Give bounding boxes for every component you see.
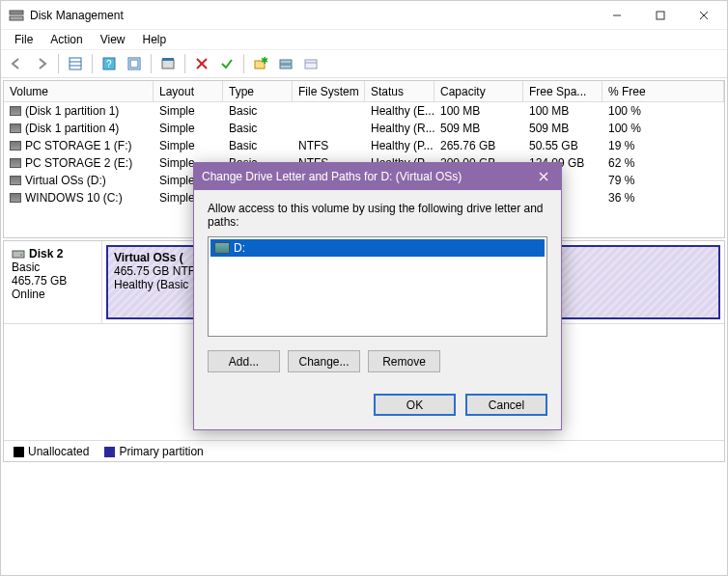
remove-button[interactable]: Remove xyxy=(368,350,440,372)
col-freespace[interactable]: Free Spa... xyxy=(523,81,602,101)
window-title: Disk Management xyxy=(30,9,595,22)
cell-pfree: 19 % xyxy=(602,138,724,153)
volume-icon xyxy=(10,123,21,133)
cell-volume: Virtual OSs (D:) xyxy=(4,173,154,188)
cell-volume: WINDOWS 10 (C:) xyxy=(4,190,154,206)
svg-rect-1 xyxy=(10,16,23,20)
svg-text:?: ? xyxy=(106,59,112,69)
cell-status: Healthy (P... xyxy=(365,138,434,153)
cell-type: Basic xyxy=(223,103,293,119)
cell-free: 509 MB xyxy=(523,121,602,136)
col-layout[interactable]: Layout xyxy=(154,81,223,101)
cell-layout: Simple xyxy=(154,103,223,119)
delete-icon[interactable] xyxy=(190,52,213,75)
title-bar: Disk Management xyxy=(1,1,727,30)
cancel-button[interactable]: Cancel xyxy=(465,394,547,416)
disk-type: Basic xyxy=(12,261,94,274)
dialog-action-row: Add... Change... Remove xyxy=(208,350,547,372)
col-filesystem[interactable]: File System xyxy=(293,81,365,101)
cell-fs xyxy=(293,110,365,112)
cell-status: Healthy (R... xyxy=(365,121,434,136)
list-item[interactable]: D: xyxy=(210,239,545,257)
col-type[interactable]: Type xyxy=(223,81,293,101)
list-view-icon[interactable] xyxy=(64,52,87,75)
window-controls xyxy=(595,2,725,29)
svg-rect-20 xyxy=(280,65,292,69)
volume-icon xyxy=(10,158,21,168)
properties-icon[interactable] xyxy=(156,52,180,75)
svg-rect-3 xyxy=(657,12,664,19)
cell-capacity: 265.76 GB xyxy=(434,138,523,153)
table-row[interactable]: (Disk 1 partition 4)SimpleBasicHealthy (… xyxy=(4,120,724,137)
dialog-close-button[interactable] xyxy=(526,163,561,190)
col-volume[interactable]: Volume xyxy=(4,81,154,101)
menu-bar: File Action View Help xyxy=(1,30,727,49)
check-icon[interactable] xyxy=(215,52,238,75)
cell-fs xyxy=(293,127,365,129)
disk-status: Online xyxy=(12,288,94,301)
toolbar-separator xyxy=(58,54,59,73)
disk-icon xyxy=(12,247,25,261)
menu-view[interactable]: View xyxy=(93,31,133,48)
cell-free: 100 MB xyxy=(523,103,602,119)
help-icon[interactable]: ? xyxy=(98,52,121,75)
dialog-title-bar[interactable]: Change Drive Letter and Paths for D: (Vi… xyxy=(194,163,561,190)
dialog-title: Change Drive Letter and Paths for D: (Vi… xyxy=(202,170,526,183)
close-button[interactable] xyxy=(682,2,725,29)
cell-layout: Simple xyxy=(154,121,223,136)
table-row[interactable]: (Disk 1 partition 1)SimpleBasicHealthy (… xyxy=(4,102,724,120)
svg-rect-21 xyxy=(305,60,317,69)
cell-pfree: 100 % xyxy=(602,103,724,119)
change-button[interactable]: Change... xyxy=(288,350,360,372)
cell-pfree: 36 % xyxy=(602,190,724,206)
menu-file[interactable]: File xyxy=(7,31,41,48)
disk-info[interactable]: Disk 2 Basic 465.75 GB Online xyxy=(4,241,102,323)
menu-help[interactable]: Help xyxy=(135,31,175,48)
disk-name: Disk 2 xyxy=(29,247,63,261)
minimize-button[interactable] xyxy=(595,2,638,29)
col-pctfree[interactable]: % Free xyxy=(602,81,724,101)
disk-props-icon[interactable] xyxy=(299,52,322,75)
volume-icon xyxy=(10,193,21,203)
disk-layout-icon[interactable] xyxy=(274,52,297,75)
cell-fs: NTFS xyxy=(293,138,365,153)
svg-rect-14 xyxy=(162,58,174,61)
drive-letter-list[interactable]: D: xyxy=(208,236,547,337)
drive-letter-label: D: xyxy=(234,241,245,255)
toolbar: ? ✱ xyxy=(1,49,727,78)
svg-rect-23 xyxy=(13,251,24,258)
cell-type: Basic xyxy=(223,138,293,153)
cell-capacity: 509 MB xyxy=(434,121,523,136)
back-icon[interactable] xyxy=(5,52,28,75)
app-icon xyxy=(9,8,24,23)
toolbar-separator xyxy=(92,54,93,73)
cell-free: 50.55 GB xyxy=(523,138,602,153)
add-button[interactable]: Add... xyxy=(208,350,280,372)
cell-capacity: 100 MB xyxy=(434,103,523,119)
forward-icon[interactable] xyxy=(30,52,53,75)
maximize-button[interactable] xyxy=(638,2,682,29)
cell-pfree: 62 % xyxy=(602,155,724,171)
svg-text:✱: ✱ xyxy=(261,57,267,66)
toolbar-separator xyxy=(151,54,152,73)
dialog-confirm-row: OK Cancel xyxy=(208,394,547,416)
dialog-body: Allow access to this volume by using the… xyxy=(194,190,561,429)
svg-point-24 xyxy=(20,254,22,256)
disk-size: 465.75 GB xyxy=(12,274,94,288)
table-row[interactable]: PC STORAGE 1 (F:)SimpleBasicNTFSHealthy … xyxy=(4,137,724,154)
refresh-icon[interactable] xyxy=(123,52,146,75)
cell-status: Healthy (E... xyxy=(365,103,434,119)
menu-action[interactable]: Action xyxy=(42,31,90,48)
svg-rect-12 xyxy=(130,60,138,68)
cell-pfree: 100 % xyxy=(602,121,724,136)
dialog-instruction: Allow access to this volume by using the… xyxy=(208,202,547,229)
volume-header: Volume Layout Type File System Status Ca… xyxy=(4,81,724,102)
cell-layout: Simple xyxy=(154,138,223,153)
col-capacity[interactable]: Capacity xyxy=(434,81,523,101)
toolbar-separator xyxy=(243,54,244,73)
volume-icon xyxy=(10,106,21,116)
ok-button[interactable]: OK xyxy=(374,394,456,416)
svg-rect-13 xyxy=(162,60,174,69)
col-status[interactable]: Status xyxy=(365,81,434,101)
new-partition-icon[interactable]: ✱ xyxy=(249,52,272,75)
